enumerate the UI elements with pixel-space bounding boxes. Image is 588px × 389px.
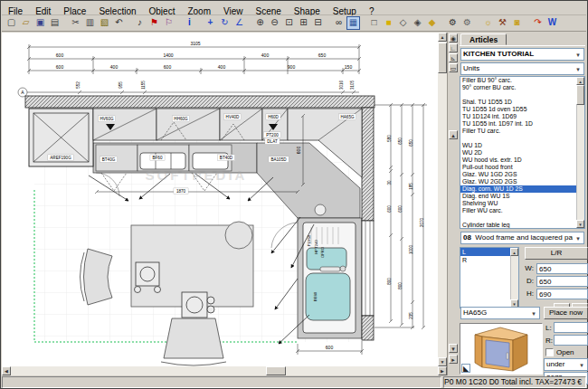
right-gap-field[interactable] [554,335,588,346]
list-item[interactable] [460,214,576,222]
under-select[interactable]: under ▾ [544,358,588,371]
list-item[interactable]: TU 1D55 1d oven 1D55 [460,106,576,113]
perspective-icon[interactable]: ∞ [332,16,346,30]
list-item[interactable]: WU 1D [460,142,576,149]
panel-scroll-up-icon[interactable]: ▴ [449,130,458,139]
angle-icon[interactable]: ∠ [232,16,246,30]
list-item[interactable]: Pull-out hood front [460,164,576,171]
view-3d-wire-icon[interactable]: ◇ [396,16,410,30]
word-export-icon[interactable]: W [545,16,559,30]
svg-text:HH60G: HH60G [174,117,188,121]
zoom-window-icon[interactable]: ⊡ [282,16,296,30]
finish-select[interactable]: 08 Wood frame and lacquered par ▾ [460,232,584,244]
red-flag-icon[interactable]: ⚑ [147,16,161,30]
corner-add-icon[interactable]: ⊾ [449,53,458,62]
catalog-select[interactable]: KITCHEN TUTORIAL ▾ [460,48,584,61]
move-icon[interactable]: + [204,16,217,30]
list-item[interactable] [460,91,576,99]
list-item[interactable]: WU hood vis. extr. 1D [460,157,576,164]
preview-rotate-icon[interactable]: ◣ [461,364,470,373]
list-scroll-up-icon[interactable]: ▴ [576,77,584,85]
zoom-page-icon[interactable]: ⊞ [297,16,310,30]
svg-text:SOFTPEDIA: SOFTPEDIA [146,167,248,183]
tab-articles[interactable]: Articles [460,33,507,45]
list-item[interactable]: TU 1D124 int. 1D69 [460,113,576,120]
list-item[interactable]: L [460,248,510,256]
drawing-canvas[interactable]: 3105600140040065060040060040090015055295… [2,33,438,366]
scroll-up-icon[interactable]: ▲ [438,33,447,42]
list-item[interactable]: Shelving WU [460,200,576,207]
open-checkbox[interactable] [545,348,554,356]
elevation-icon[interactable]: □ [367,16,381,30]
scroll-right-icon[interactable]: ▶ [438,366,447,375]
list-item[interactable]: Filler TU carc. [460,128,576,135]
panel-zoom-icon[interactable]: ◉ [449,33,458,43]
walkthrough-icon[interactable]: ♪ [133,16,147,30]
list-item[interactable] [460,135,576,142]
list-item[interactable]: Filler WU carc. [460,207,576,214]
canvas-vertical-scrollbar[interactable]: ▲ ▼ [438,33,447,366]
list-item[interactable]: R [460,256,510,264]
rotate-icon[interactable]: ↻ [218,16,232,30]
lighting-icon[interactable]: ☼ [481,16,495,30]
hscroll-thumb[interactable] [266,366,286,375]
left-gap-field[interactable] [554,322,588,333]
info-icon[interactable]: i [183,16,196,30]
chevron-down-icon: ▾ [577,360,586,370]
view-3d-solid-icon[interactable]: ◆ [425,16,439,30]
open-folder-icon[interactable]: ▱ [19,16,33,30]
box-mode-icon[interactable]: ▭ [449,63,458,72]
list-item[interactable]: Glaz. WU 2GD 2GS [460,178,576,185]
height-field[interactable] [536,289,588,299]
list-item[interactable]: Glaz. WU 1GD 2GS [460,171,576,178]
panel-scroll-right-icon[interactable]: ▸ [449,355,458,364]
list-item[interactable]: Filler BU 90° carc. [460,77,576,84]
list-item[interactable]: TU 1D55 int. 1D97 int. 1D [460,120,576,128]
undo-icon[interactable]: ↶ [112,16,126,30]
list-scroll-down-icon[interactable]: ▾ [576,220,584,228]
banner-icon[interactable]: ⚐ [162,16,175,30]
orientation-list[interactable]: LR ▴ ▾ [460,247,519,308]
render-settings-icon[interactable]: ⚙ [446,16,460,30]
elevation-color-icon[interactable]: ■ [382,16,395,30]
list-item[interactable]: Shal. TU 1D55 1D [460,99,576,106]
articles-list[interactable]: Filler BU 90° carc.90° corner BU carc. S… [460,76,585,229]
articles-list-scrollbar[interactable]: ▴ ▾ [576,77,584,228]
canvas-horizontal-scrollbar[interactable]: ◀ ▶ [2,366,447,375]
new-file-icon[interactable]: ▢ [5,16,18,30]
list-item[interactable]: Diag. corn. WU 1D 2S [460,185,576,193]
plan-view-icon[interactable]: ▦ [346,16,360,30]
vscroll-thumb[interactable] [438,43,447,73]
orientation-scrollbar[interactable]: ▴ ▾ [510,248,518,308]
list-item[interactable]: WU 2D [460,149,576,157]
reference-select[interactable]: HA65G ▾ [460,307,540,319]
list-item[interactable]: 90° corner BU carc. [460,84,576,91]
paste-icon[interactable]: ▧ [98,16,111,30]
export-icon[interactable]: ↷ [531,16,545,30]
lr-toggle-button[interactable]: L/R [525,247,588,260]
panel-scroll-down-icon[interactable]: ▾ [449,344,458,353]
tools-icon[interactable]: ⚒ [496,16,509,30]
scroll-left-icon[interactable]: ◀ [2,366,11,375]
save-icon[interactable]: ▣ [33,16,47,30]
list-item[interactable]: Cylinder table leg [460,222,576,229]
zoom-out-icon[interactable]: ⊖ [268,16,281,30]
depth-field[interactable] [536,276,588,287]
family-select[interactable]: Units ▾ [460,62,584,75]
zoom-previous-icon[interactable]: ⊟ [311,16,325,30]
width-field[interactable] [536,263,588,274]
zoom-in-icon[interactable]: ⊕ [253,16,267,30]
pricing-icon[interactable]: ◙ [510,16,524,30]
print-icon[interactable]: ▤ [48,16,62,30]
view-3d-hidden-icon[interactable]: ◈ [411,16,424,30]
list-scroll-thumb[interactable] [576,85,584,105]
scroll-down-icon[interactable]: ▼ [438,357,447,366]
svg-text:3105: 3105 [350,80,355,90]
corner-mode-icon[interactable]: ∟ [449,43,458,52]
cut-icon[interactable]: ✂ [69,16,82,30]
place-now-button[interactable]: Place now [544,307,588,319]
list-item[interactable]: Diag. end WU 1S [460,193,576,200]
orient-scroll-up-icon[interactable]: ▴ [510,248,518,256]
copy-icon[interactable]: ▥ [83,16,97,30]
render-icon[interactable]: ⚙ [460,16,474,30]
